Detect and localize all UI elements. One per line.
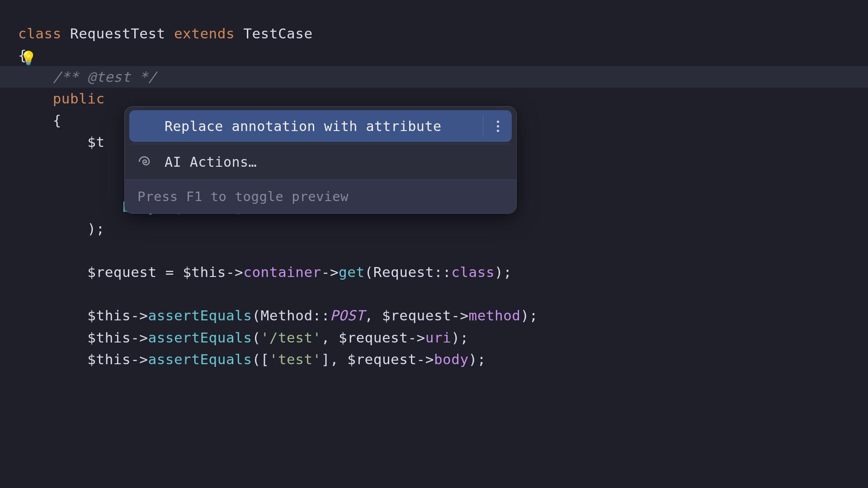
keyword-public: public	[53, 90, 113, 107]
intention-label: AI Actions…	[165, 154, 505, 170]
code-line: $request = $this->container->get(Request…	[18, 261, 850, 283]
intention-label: Replace annotation with attribute	[165, 118, 477, 134]
intention-popup: Replace annotation with attribute AI Act…	[124, 106, 517, 214]
code-line	[18, 283, 850, 305]
method-call: get	[339, 264, 365, 280]
code-line	[18, 239, 850, 261]
assert-method: assertEquals	[148, 351, 252, 367]
paren-close: );	[87, 221, 104, 237]
code-line: $this->assertEquals(Method::POST, $reque…	[18, 305, 850, 326]
brace-open: {	[53, 112, 61, 128]
parent-class: TestCase	[243, 25, 312, 42]
code-line-highlighted: /** @test */	[0, 66, 868, 88]
intention-replace-annotation[interactable]: Replace annotation with attribute	[129, 110, 512, 142]
class-name: RequestTest	[70, 25, 174, 42]
code-line: class RequestTest extends TestCase	[18, 23, 850, 44]
code-line: {	[18, 44, 850, 66]
string-literal: 'test'	[269, 351, 321, 367]
ai-spiral-icon	[137, 153, 155, 171]
lightbulb-icon[interactable]: 💡	[20, 52, 37, 65]
assert-method: assertEquals	[148, 329, 252, 346]
doc-comment: /** @test */	[53, 69, 157, 85]
intention-ai-actions[interactable]: AI Actions…	[125, 144, 516, 179]
code-line: );	[18, 218, 850, 239]
keyword-extends: extends	[174, 25, 243, 42]
code-line: $this->assertEquals('/test', $request->u…	[18, 327, 850, 348]
vertical-dots-icon	[497, 121, 499, 132]
more-options-button[interactable]	[483, 115, 505, 137]
variable-partial: $t	[87, 134, 104, 150]
constant: POST	[330, 307, 365, 324]
code-line: $this->assertEquals(['test'], $request->…	[18, 348, 850, 370]
string-literal: '/test'	[261, 329, 321, 346]
assert-method: assertEquals	[148, 307, 252, 324]
variable: $request	[87, 264, 156, 280]
intention-icon	[137, 117, 155, 135]
keyword-class: class	[18, 25, 70, 42]
popup-footer-hint: Press F1 to toggle preview	[125, 180, 516, 213]
